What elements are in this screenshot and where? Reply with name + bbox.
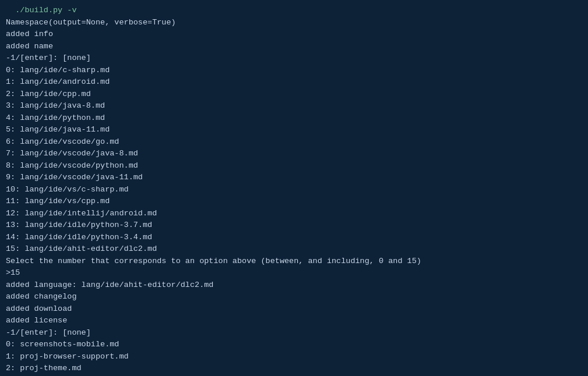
terminal-line: 2: lang/ide/cpp.md <box>6 88 582 101</box>
terminal-line: added info <box>6 29 582 41</box>
terminal-line: 0: lang/ide/c-sharp.md <box>6 65 582 77</box>
terminal-line: 1: proj-browser-support.md <box>6 351 582 363</box>
terminal-line: 4: lang/ide/python.md <box>6 112 582 125</box>
terminal-line: Namespace(output=None, verbose=True) <box>6 17 582 29</box>
terminal-line: 14: lang/ide/idle/python-3.4.md <box>6 232 582 244</box>
terminal-line: 2: proj-theme.md <box>6 363 582 375</box>
terminal-line: 3: lang/ide/java-8.md <box>6 100 582 112</box>
terminal-line: 13: lang/ide/idle/python-3.7.md <box>6 219 582 232</box>
terminal-line: 10: lang/ide/vs/c-sharp.md <box>6 184 582 196</box>
terminal-line: added name <box>6 41 582 53</box>
terminal-line: -1/[enter]: [none] <box>6 52 582 65</box>
terminal-line: ./build.py -v <box>6 5 582 17</box>
terminal-line: added download <box>6 303 582 315</box>
terminal-line: 0: screenshots-mobile.md <box>6 339 582 351</box>
terminal-line: 11: lang/ide/vs/cpp.md <box>6 196 582 208</box>
terminal-line: >15 <box>6 267 582 279</box>
terminal-window: ./build.py -vNamespace(output=None, verb… <box>0 0 588 376</box>
terminal-line: 8: lang/ide/vscode/python.md <box>6 160 582 172</box>
terminal-line: 7: lang/ide/vscode/java-8.md <box>6 148 582 160</box>
terminal-line: added language: lang/ide/ahit-editor/dlc… <box>6 279 582 292</box>
terminal-line: 15: lang/ide/ahit-editor/dlc2.md <box>6 243 582 256</box>
terminal-line: added changelog <box>6 291 582 303</box>
terminal-line: 6: lang/ide/vscode/go.md <box>6 136 582 148</box>
terminal-line: Select the number that corresponds to an… <box>6 256 582 268</box>
terminal-line: added license <box>6 315 582 327</box>
terminal-line: 5: lang/ide/java-11.md <box>6 124 582 136</box>
terminal-line: -1/[enter]: [none] <box>6 327 582 339</box>
terminal-line: 1: lang/ide/android.md <box>6 76 582 88</box>
terminal-line: 12: lang/ide/intellij/android.md <box>6 208 582 220</box>
terminal-line: 9: lang/ide/vscode/java-11.md <box>6 172 582 184</box>
